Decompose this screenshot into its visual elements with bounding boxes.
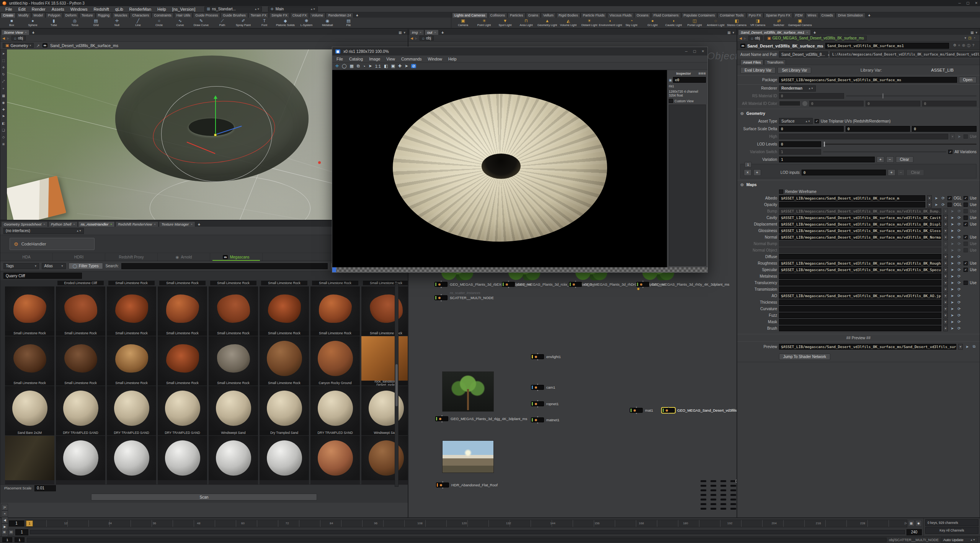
maximize-button[interactable]: ▢: [966, 1, 970, 5]
breadcrumb[interactable]: ⌂ obj: [11, 36, 26, 41]
shelf-tab-particle-fluids[interactable]: Particle Fluids: [581, 13, 607, 18]
shelf-tab-constraints[interactable]: Constraints: [152, 13, 174, 18]
map-roughness-field[interactable]: $ASSET_LIB/megascans/Sand_Desert_vd3lfil…: [779, 260, 941, 266]
file-chooser-icon[interactable]: ➤: [965, 345, 970, 349]
shelf-tab-volume[interactable]: Volume: [309, 13, 325, 18]
mplay-menu-view[interactable]: View: [384, 57, 398, 61]
variation-clear-button[interactable]: Clear: [896, 156, 913, 163]
menu-assets[interactable]: Assets: [49, 7, 67, 11]
python-icon[interactable]: ◳: [968, 36, 972, 40]
mplay-menu-help[interactable]: Help: [446, 57, 459, 61]
chevron-down-icon[interactable]: ▼: [943, 234, 948, 240]
chevron-down-icon[interactable]: ▼: [943, 228, 948, 234]
asset-thumbnail[interactable]: DRY TRAMPLED SAND: [310, 386, 360, 435]
all-variations-checkbox[interactable]: [948, 150, 952, 154]
node-name-field[interactable]: Sand_Desert_vd3lfils_8K_surface_ms1: [825, 43, 949, 49]
network-node[interactable]: GEO_MEGAS_Plants_3d_rh0y_4K_3dplant_ms: [636, 282, 729, 287]
close-icon[interactable]: ×: [43, 222, 45, 226]
shelf-tool-font[interactable]: TFont: [254, 18, 275, 28]
asset-thumbnail[interactable]: Small Limestone Rock: [5, 286, 54, 336]
mplay-tool-icon[interactable]: ◯: [342, 64, 346, 69]
shelf-tab-container-tools[interactable]: Container Tools: [717, 13, 746, 18]
shelf-tool-caustic-light[interactable]: ◖Caustic Light: [663, 18, 684, 28]
viewport-tool-icon[interactable]: ⚑: [2, 114, 5, 118]
asset-thumbnail[interactable]: Small Limestone Rock: [260, 286, 309, 336]
map-normal-field[interactable]: $ASSET_LIB/megascans/Sand_Desert_vd3lfil…: [779, 234, 941, 240]
mplay-tool-icon[interactable]: ➤: [368, 64, 372, 69]
menu-file[interactable]: File: [2, 7, 15, 11]
section-tab-megascans[interactable]: mMegascans: [210, 253, 263, 261]
file-chooser-icon[interactable]: ➤: [950, 216, 955, 220]
chevron-down-icon[interactable]: ▼: [943, 299, 948, 305]
tab-python-shell[interactable]: Python Shell×: [48, 221, 78, 227]
mplay-menu-image[interactable]: Image: [366, 57, 383, 61]
shelf-tool-null[interactable]: ✛Null: [106, 18, 127, 28]
reload-icon[interactable]: ⟳: [957, 216, 962, 220]
chevron-down-icon[interactable]: ▼: [950, 134, 955, 139]
chevron-down-icon[interactable]: ▾: [403, 31, 405, 34]
color-wheel-icon[interactable]: [802, 101, 807, 106]
codehandler-button[interactable]: ⚙ CodeHandler: [10, 238, 95, 250]
map-use-checkbox[interactable]: [964, 235, 968, 239]
asset-thumbnail[interactable]: [310, 436, 360, 484]
menu-redshift[interactable]: Redshift: [90, 7, 112, 11]
close-button[interactable]: ✕: [701, 49, 704, 53]
tab-parameters[interactable]: Sand_Desert_vd3lfils_8K_surface_ms1×: [738, 29, 811, 35]
network-breadcrumb[interactable]: ⌂ obj: [420, 36, 434, 41]
shelf-tab-guide-brushes[interactable]: Guide Brushes: [220, 13, 248, 18]
add-shelf-tab-button[interactable]: +: [866, 13, 873, 18]
range-options-icon[interactable]: ⊞: [2, 530, 7, 535]
shelf-tab-polygon[interactable]: Polygon: [46, 13, 63, 18]
palette-node-shape[interactable]: [720, 489, 727, 492]
menu-renderman[interactable]: RenderMan: [126, 7, 154, 11]
lod-inputs-field[interactable]: 0: [802, 170, 886, 175]
file-chooser-icon[interactable]: ➤: [950, 274, 955, 278]
shelf-tab-grains[interactable]: Grains: [526, 13, 541, 18]
shelf-tab-wires[interactable]: Wires: [805, 13, 819, 18]
set-library-var-button[interactable]: Set Library Var: [777, 67, 811, 74]
close-icon[interactable]: ×: [154, 222, 156, 226]
file-chooser-icon[interactable]: ➤: [950, 229, 955, 233]
rs-material-id-slider[interactable]: [846, 95, 977, 96]
reload-icon[interactable]: ⟳: [941, 203, 946, 207]
palette-node-shape[interactable]: [710, 503, 717, 505]
chevron-down-icon[interactable]: ▼: [943, 221, 948, 227]
file-chooser-icon[interactable]: ➤: [950, 294, 955, 298]
palette-node-shape[interactable]: [710, 489, 717, 492]
tab-texture-manager[interactable]: Texture Manager×: [159, 221, 195, 227]
shelf-tab-fem[interactable]: FEM: [793, 13, 805, 18]
help-icon[interactable]: ?: [972, 43, 974, 48]
shelf-tab-rigging[interactable]: Rigging: [96, 13, 112, 18]
close-icon[interactable]: ×: [110, 222, 112, 226]
shelf-tool-vr-camera[interactable]: ◨VR Camera: [747, 18, 768, 28]
ar-color-b-field[interactable]: 0: [922, 101, 977, 106]
section-tab-hda[interactable]: HDA: [0, 253, 53, 261]
render-wireframe-checkbox[interactable]: [779, 190, 783, 194]
shelf-tab-modify[interactable]: Modify: [16, 13, 31, 18]
map-translucency-field[interactable]: [779, 280, 941, 286]
file-chooser-icon[interactable]: ➤: [950, 209, 955, 213]
asset-thumbnail[interactable]: [5, 436, 54, 484]
atlas-dropdown[interactable]: Atlas▼: [42, 263, 65, 269]
map-ogl-checkbox[interactable]: [947, 196, 952, 200]
reload-icon[interactable]: ⟳: [957, 235, 962, 239]
asset-thumbnail[interactable]: Small Limestone Rock: [361, 286, 408, 336]
asset-thumbnail[interactable]: DRY TRAMPLED SAND: [107, 386, 156, 435]
asset-thumbnail[interactable]: [361, 436, 408, 484]
map-use-checkbox[interactable]: [964, 209, 968, 213]
map-use-checkbox[interactable]: [964, 261, 968, 265]
section-tab-hdri[interactable]: HDRI: [53, 253, 105, 261]
render-canvas[interactable]: [332, 70, 667, 267]
inspector-expression-field[interactable]: e0: [673, 77, 706, 83]
reload-icon[interactable]: ⟳: [957, 300, 962, 304]
chevron-down-icon[interactable]: ▼: [927, 195, 932, 201]
file-chooser-icon[interactable]: ➤: [950, 300, 955, 304]
tab-redshift-renderview[interactable]: Redshift RenderView×: [115, 221, 158, 227]
map-use-checkbox[interactable]: [964, 248, 968, 252]
reload-icon[interactable]: ⟳: [957, 287, 962, 291]
reload-icon[interactable]: ⟳: [957, 326, 962, 330]
asset-thumbnail[interactable]: [56, 436, 105, 484]
shelf-tool-distant-light[interactable]: ☀Distant Light: [579, 18, 600, 28]
network-node[interactable]: SCATTER__MULTI_NODEns_scatter_instances: [434, 295, 494, 300]
color-swatch[interactable]: [779, 101, 800, 106]
